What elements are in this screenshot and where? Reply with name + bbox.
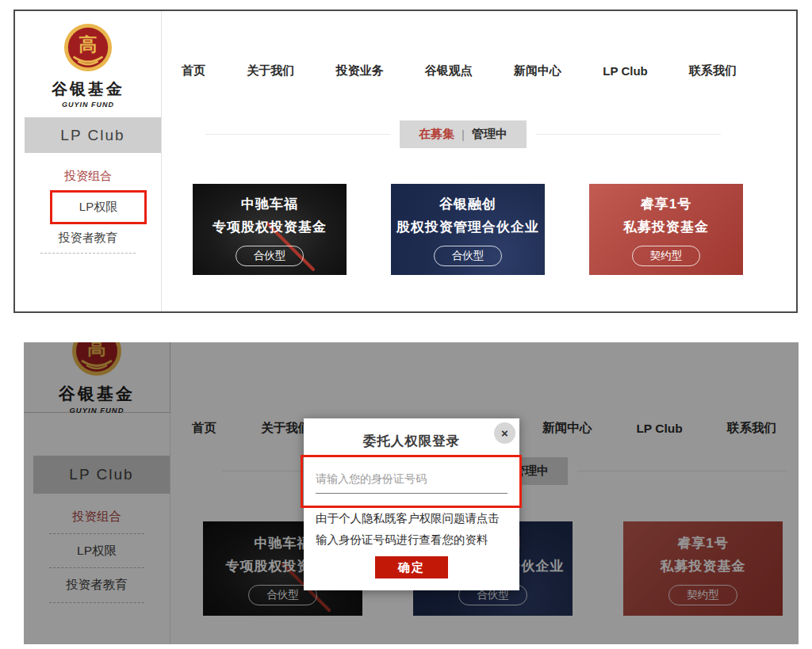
fund-title-line1: 睿享1号 [641, 193, 691, 216]
nav-item-news[interactable]: 新闻中心 [514, 63, 561, 78]
bottom-screenshot-panel: 高 谷银基金 GUYIN FUND LP Club 投资组合 LP权限 投资者教… [24, 342, 799, 644]
brand-name-en: GUYIN FUND [15, 101, 161, 109]
nav-item-contact[interactable]: 联系我们 [689, 63, 737, 78]
sidebar-item-investor-education[interactable]: 投资者教育 [15, 225, 161, 250]
tab-fundraising[interactable]: 在募集 [419, 127, 454, 142]
nav-item-about[interactable]: 关于我们 [247, 63, 294, 78]
confirm-button[interactable]: 确定 [375, 556, 448, 578]
tab-under-management[interactable]: 管理中 [472, 127, 508, 142]
brand-logo[interactable]: 高 谷银基金 GUYIN FUND [15, 22, 161, 109]
guyin-logo-icon: 高 [63, 22, 113, 73]
fund-type-badge: 契约型 [632, 246, 701, 266]
fund-title-line2: 专项股权投资基金 [213, 216, 327, 239]
delegate-login-modal: × 委托人权限登录 由于个人隐私既客户权限问题请点击 输入身份证号码进行查看您的… [304, 418, 519, 590]
fund-title-line1: 中驰车福 [241, 193, 298, 216]
modal-note: 由于个人隐私既客户权限问题请点击 输入身份证号码进行查看您的资料 [316, 508, 511, 551]
nav-item-home[interactable]: 首页 [182, 63, 205, 78]
tab-divider-line [536, 134, 721, 135]
fund-title-line2: 私募投资基金 [623, 216, 709, 239]
lp-permission-annotation-box: LP权限 [50, 190, 147, 224]
fund-card-zhongchi[interactable]: 中驰车福 专项股权投资基金 合伙型 [193, 184, 347, 275]
screenshot-stage: 高 谷银基金 GUYIN FUND LP Club 投资组合 LP权限 投资者教… [0, 0, 812, 649]
nav-item-investment[interactable]: 投资业务 [336, 63, 384, 78]
nav-item-viewpoint[interactable]: 谷银观点 [425, 63, 473, 78]
nav-item-lp-club[interactable]: LP Club [603, 64, 647, 78]
top-screenshot-panel: 高 谷银基金 GUYIN FUND LP Club 投资组合 LP权限 投资者教… [13, 10, 798, 313]
modal-note-line1: 由于个人隐私既客户权限问题请点击 [316, 508, 511, 529]
sidebar-item-portfolio[interactable]: 投资组合 [15, 163, 161, 189]
main-nav: 首页 关于我们 投资业务 谷银观点 新闻中心 LP Club 联系我们 [182, 63, 737, 78]
close-icon[interactable]: × [494, 422, 515, 444]
svg-text:高: 高 [79, 34, 97, 55]
tab-divider-line [205, 134, 390, 135]
tab-separator: | [462, 128, 465, 141]
fund-card-ruixiang1[interactable]: 睿享1号 私募投资基金 契约型 [589, 184, 743, 275]
fund-card-list: 中驰车福 专项股权投资基金 合伙型 谷银融创 股权投资管理合伙企业 合伙型 睿享… [193, 184, 743, 275]
fund-type-badge: 合伙型 [236, 246, 304, 266]
fund-status-tab-row: 在募集 | 管理中 [205, 120, 721, 148]
sidebar-divider [40, 253, 136, 254]
brand-name-cn: 谷银基金 [15, 78, 161, 100]
sidebar: 高 谷银基金 GUYIN FUND LP Club 投资组合 LP权限 投资者教… [15, 11, 162, 311]
modal-note-line2: 输入身份证号码进行查看您的资料 [316, 529, 511, 551]
fund-title-line1: 谷银融创 [439, 193, 496, 216]
fund-status-tabs: 在募集 | 管理中 [400, 120, 527, 148]
fund-card-guyinrongchuang[interactable]: 谷银融创 股权投资管理合伙企业 合伙型 [391, 184, 545, 275]
id-number-input[interactable] [316, 472, 508, 494]
modal-title: 委托人权限登录 [304, 433, 519, 450]
sidebar-header: LP Club [25, 117, 161, 153]
fund-type-badge: 合伙型 [434, 246, 503, 266]
sidebar-item-lp-permission[interactable]: LP权限 [79, 200, 117, 215]
fund-title-line2: 股权投资管理合伙企业 [396, 216, 539, 239]
